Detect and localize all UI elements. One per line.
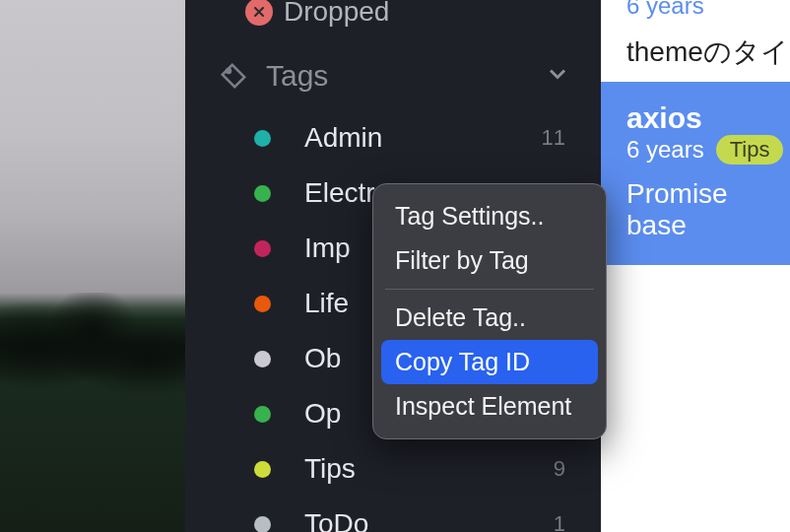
note-card-selected[interactable]: axios 6 years Tips Promise base <box>601 82 790 265</box>
tag-label: Tips <box>304 453 554 485</box>
note-age: 6 years <box>626 136 704 164</box>
tag-icon <box>215 61 252 91</box>
tag-color-dot <box>254 130 271 147</box>
context-menu-item[interactable]: Filter by Tag <box>381 238 598 283</box>
note-card[interactable]: 6 years themeのタイ <box>601 0 790 90</box>
status-label: Dropped <box>284 0 389 28</box>
content-pane: 6 years themeのタイ axios 6 years Tips Prom… <box>601 0 790 532</box>
tag-color-dot <box>254 406 271 423</box>
context-menu-item[interactable]: Copy Tag ID <box>381 340 598 384</box>
context-menu-item[interactable]: Inspect Element <box>381 384 598 429</box>
tag-color-dot <box>254 351 271 367</box>
context-menu-item[interactable]: Tag Settings.. <box>381 194 598 238</box>
tag-count: 1 <box>554 511 565 532</box>
tag-label: ToDo <box>304 508 554 532</box>
note-snippet: Promise base <box>626 178 790 241</box>
context-menu-item[interactable]: Delete Tag.. <box>381 296 598 340</box>
note-title: axios <box>626 101 702 135</box>
tag-count: 9 <box>554 456 565 482</box>
context-menu-separator <box>385 289 594 290</box>
tag-color-dot <box>254 185 271 202</box>
desktop-wallpaper <box>0 0 185 532</box>
note-snippet: themeのタイ <box>626 33 790 71</box>
sidebar-tag-item[interactable]: Admin11 <box>185 110 601 166</box>
tag-label: Admin <box>304 122 542 154</box>
tag-color-dot <box>254 240 271 257</box>
tag-color-dot <box>254 461 271 478</box>
section-title: Tags <box>252 59 544 93</box>
tag-badge: Tips <box>716 135 784 165</box>
tag-color-dot <box>254 296 271 312</box>
tag-color-dot <box>254 516 271 533</box>
sidebar-tag-item[interactable]: ToDo1 <box>185 497 601 532</box>
sidebar-tag-item[interactable]: Tips9 <box>185 441 601 497</box>
chevron-down-icon <box>544 60 571 92</box>
tags-section-header[interactable]: Tags <box>185 37 601 110</box>
close-circle-icon <box>234 0 284 26</box>
svg-point-0 <box>227 69 230 73</box>
note-age: 6 years <box>626 0 790 20</box>
sidebar-item-dropped[interactable]: Dropped <box>185 0 601 37</box>
context-menu: Tag Settings..Filter by TagDelete Tag..C… <box>372 183 607 439</box>
tag-count: 11 <box>542 125 565 151</box>
